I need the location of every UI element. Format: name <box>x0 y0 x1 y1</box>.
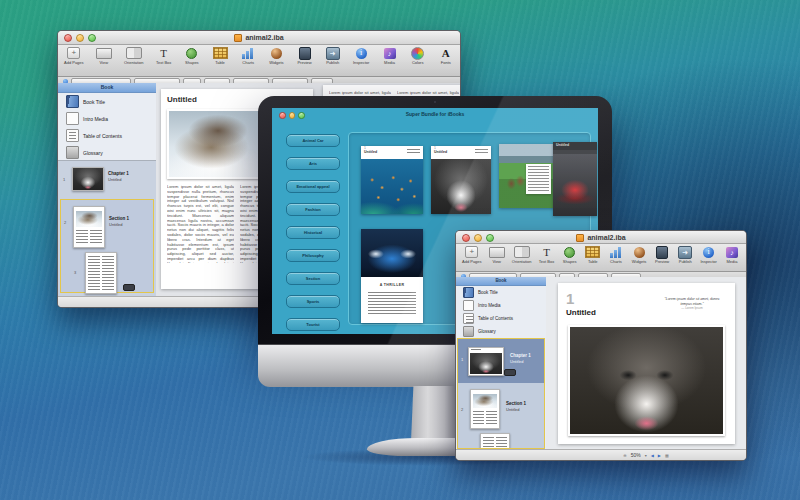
toolbar-icon: ♪ <box>724 246 740 258</box>
sidebar-item[interactable]: Book Title <box>58 93 156 110</box>
category-button[interactable]: Philosophy <box>286 249 340 262</box>
sidebar-item-label: Table of Contents <box>478 316 513 321</box>
zoom-button[interactable] <box>88 34 96 42</box>
zoom-button[interactable] <box>298 112 305 119</box>
next-page-button[interactable]: ▶ <box>658 453 661 458</box>
text-column[interactable]: Lorem ipsum dolor sit amet, ligula suspe… <box>167 185 234 263</box>
minimize-button[interactable] <box>76 34 84 42</box>
category-button[interactable]: Historical <box>286 226 340 239</box>
chapter-thumbnail[interactable] <box>72 167 104 191</box>
toolbar-button[interactable]: Orientation <box>512 246 532 264</box>
toolbar-label: Media <box>384 60 395 65</box>
sidebar-item[interactable]: Glossary <box>456 325 546 338</box>
minimize-button[interactable] <box>289 112 296 119</box>
toolbar-button[interactable]: + Add Pages <box>462 246 482 264</box>
page-view-icon[interactable]: ▦ <box>665 453 669 458</box>
text-page-thumbnail[interactable] <box>480 433 510 449</box>
thumbnail-text-lines <box>90 230 102 245</box>
section-entry[interactable]: Section 1 Untitled <box>109 216 129 227</box>
category-button[interactable]: Tourist <box>286 318 340 331</box>
sidebar-item[interactable]: Glossary <box>58 144 156 161</box>
thumbnail-photo <box>473 394 497 408</box>
back-titlebar[interactable]: animal2.iba <box>58 31 460 45</box>
back-sidebar: Book Book Title Intro Media T <box>58 83 157 297</box>
toolbar-button[interactable]: Table <box>212 47 228 65</box>
close-button[interactable] <box>64 34 72 42</box>
document-page[interactable]: 1 Untitled “Lorem ipsum dolor sit amet, … <box>558 283 735 444</box>
template-card-husky[interactable]: 1 Untitled <box>431 146 491 214</box>
media-badge-icon[interactable] <box>123 284 135 291</box>
toolbar-button[interactable]: Widgets <box>268 47 284 65</box>
template-card-fish[interactable]: 1 Untitled <box>361 146 423 214</box>
toolbar-button[interactable]: i Inspector <box>700 246 716 264</box>
toolbar-icon <box>562 246 578 258</box>
template-card-horses[interactable] <box>499 144 555 208</box>
close-button[interactable] <box>462 234 470 242</box>
toolbar-button[interactable]: A Fonts <box>438 47 454 65</box>
screen-window-controls <box>279 112 305 119</box>
zoom-button[interactable] <box>486 234 494 242</box>
toolbar-button[interactable]: ♪ Media <box>724 246 740 264</box>
chapter-entry-selected[interactable]: 1 Chapter 1 Untitled <box>458 339 544 383</box>
minimize-button[interactable] <box>474 234 482 242</box>
toolbar-button[interactable]: i Inspector <box>353 47 369 65</box>
toolbar-label: Charts <box>610 259 622 264</box>
toolbar-icon <box>240 47 256 59</box>
template-card-redcar[interactable]: Untitled <box>553 142 597 216</box>
zoom-out-icon[interactable]: ⊖ <box>623 453 626 458</box>
screen-app-titlebar[interactable]: Super Bundle for iBooks <box>272 108 598 121</box>
previous-page-button[interactable]: ◀ <box>651 453 654 458</box>
sidebar-item[interactable]: Table of Contents <box>456 312 546 325</box>
close-button[interactable] <box>279 112 286 119</box>
category-button[interactable]: Arts <box>286 157 340 170</box>
toolbar-button[interactable]: Charts <box>240 47 256 65</box>
sidebar-item[interactable]: Intro Media <box>58 110 156 127</box>
section-entry[interactable]: Section 1 Untitled <box>506 401 526 412</box>
toolbar-button[interactable]: Preview <box>297 47 313 65</box>
toolbar-button[interactable]: Preview <box>654 246 670 264</box>
toolbar-icon <box>631 246 647 258</box>
toolbar-label: Media <box>727 259 738 264</box>
chapter-entry[interactable]: Chapter 1 Untitled <box>108 171 129 182</box>
category-button[interactable]: Section <box>286 272 340 285</box>
toolbar-button[interactable]: Shapes <box>562 246 578 264</box>
toolbar-button[interactable]: T Text Box <box>539 246 555 264</box>
husky-snow-photo[interactable] <box>167 109 265 179</box>
toolbar-button[interactable]: View <box>96 47 112 65</box>
chapter-thumbnail[interactable] <box>468 347 504 376</box>
category-button[interactable]: Emotional appeal <box>286 180 340 193</box>
back-toolbar: + Add Pages View Orientation T Text Box … <box>58 45 460 77</box>
sidebar-item[interactable]: Book Title <box>456 286 546 299</box>
toolbar-button[interactable]: + Add Pages <box>64 47 84 65</box>
toolbar-button[interactable]: Orientation <box>124 47 144 65</box>
sidebar-item[interactable]: Table of Contents <box>58 127 156 144</box>
media-badge-icon[interactable] <box>504 369 516 376</box>
category-button[interactable]: Sports <box>286 295 340 308</box>
category-button[interactable]: Fashion <box>286 203 340 216</box>
toolbar-button[interactable]: ➜ Publish <box>677 246 693 264</box>
section-page-thumbnail[interactable] <box>470 389 500 429</box>
pull-quote[interactable]: “Lorem ipsum dolor sit amet, donec tempu… <box>659 297 725 311</box>
sidebar-item[interactable]: Intro Media <box>456 299 546 312</box>
zoom-dropdown-arrow[interactable]: ▾ <box>645 453 647 458</box>
page-number: 2 <box>64 220 66 225</box>
chapter-title: Chapter 1 <box>510 353 531 359</box>
toolbar-button[interactable]: ➜ Publish <box>325 47 341 65</box>
toolbar-button[interactable]: Charts <box>608 246 624 264</box>
toolbar-button[interactable]: ♪ Media <box>382 47 398 65</box>
toolbar-button[interactable]: Shapes <box>184 47 200 65</box>
toolbar-button[interactable]: Table <box>585 246 601 264</box>
template-card-bluecar[interactable]: A THRILLER <box>361 229 423 323</box>
section-page-thumbnail[interactable] <box>73 206 105 248</box>
category-button[interactable]: Animal Car <box>286 134 340 147</box>
front-titlebar[interactable]: animal2.iba <box>456 231 746 244</box>
husky-portrait-photo[interactable] <box>568 325 725 436</box>
toolbar-button[interactable]: T Text Box <box>156 47 172 65</box>
thumbnail-text-lines <box>483 437 494 449</box>
text-page-thumbnail[interactable] <box>85 252 117 294</box>
front-status-bar: ⊖ 50% ▾ ◀ ▶ ▦ <box>456 449 746 460</box>
toolbar-button[interactable]: View <box>489 246 505 264</box>
toolbar-button[interactable]: Widgets <box>631 246 647 264</box>
toolbar-button[interactable]: Colors <box>410 47 426 65</box>
zoom-level[interactable]: 50% <box>631 452 641 458</box>
